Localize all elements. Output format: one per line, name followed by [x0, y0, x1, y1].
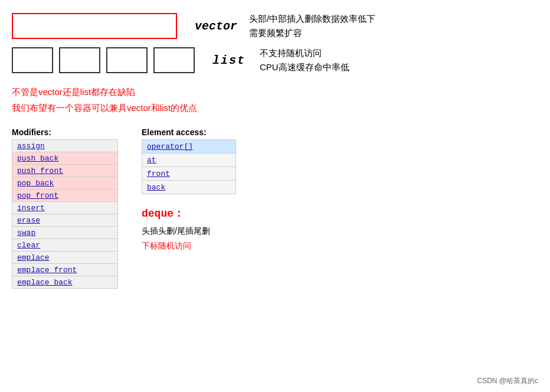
modifiers-panel: Modifiers: assignpush_backpush_frontpop_… [12, 128, 118, 289]
modifiers-table: assignpush_backpush_frontpop_backpop_fro… [12, 139, 118, 289]
highlight-line2: 我们布望有一个容器可以兼具vector和list的优点 [12, 100, 538, 116]
vector-box [12, 13, 177, 39]
modifier-item[interactable]: emplace_back [17, 278, 73, 287]
list-desc-line1: 不支持随机访问 [260, 46, 349, 60]
access-row: at [142, 153, 236, 167]
modifier-row: emplace [12, 251, 118, 264]
highlight-text: 不管是vector还是list都存在缺陷 我们布望有一个容器可以兼具vector… [12, 84, 538, 116]
access-row: back [142, 181, 236, 194]
deque-desc-line1: 头插头删/尾插尾删 [142, 224, 538, 239]
modifier-row: emplace_back [12, 276, 118, 289]
modifier-row: emplace_front [12, 264, 118, 276]
list-boxes [12, 47, 195, 73]
modifier-item[interactable]: swap [17, 228, 35, 237]
vector-desc: 头部/中部插入删除数据效率低下 需要频繁扩容 [249, 12, 375, 40]
modifier-row: clear [12, 239, 118, 251]
modifier-item[interactable]: emplace_front [17, 266, 77, 275]
modifier-item[interactable]: clear [17, 241, 40, 250]
list-box-1 [12, 47, 53, 73]
list-box-4 [153, 47, 195, 73]
modifier-item[interactable]: pop_back [17, 179, 54, 188]
modifier-row: pop_back [12, 177, 118, 190]
access-item[interactable]: back [147, 183, 165, 192]
vector-row: vector 头部/中部插入删除数据效率低下 需要频繁扩容 [12, 12, 538, 40]
deque-desc-line2: 下标随机访问 [142, 239, 538, 253]
modifier-row: erase [12, 214, 118, 227]
access-item[interactable]: operator[] [147, 142, 193, 151]
footer-text: CSDN @哈茶真的c [477, 376, 538, 386]
modifier-item[interactable]: assign [17, 142, 45, 151]
vector-desc-line1: 头部/中部插入删除数据效率低下 [249, 12, 375, 26]
modifier-item[interactable]: emplace [17, 253, 50, 262]
modifier-row: swap [12, 227, 118, 239]
vector-box-container [12, 13, 177, 39]
modifier-row: insert [12, 202, 118, 214]
element-access-label: Element access: [142, 128, 538, 137]
vector-label: vector [195, 19, 237, 33]
access-row: front [142, 167, 236, 181]
modifiers-label: Modifiers: [12, 128, 118, 137]
modifier-item[interactable]: pop_front [17, 191, 58, 200]
vector-desc-line2: 需要频繁扩容 [249, 26, 375, 40]
access-table: operator[]atfrontback [142, 139, 236, 194]
deque-title: deque： [142, 206, 538, 220]
list-desc: 不支持随机访问 CPU高速缓存命中率低 [260, 46, 349, 74]
main-content: Modifiers: assignpush_backpush_frontpop_… [12, 128, 538, 289]
modifier-row: push_front [12, 165, 118, 177]
access-row: operator[] [142, 140, 236, 153]
modifier-row: pop_front [12, 190, 118, 202]
deque-desc: 头插头删/尾插尾删 下标随机访问 [142, 224, 538, 253]
modifier-item[interactable]: erase [17, 216, 40, 225]
list-box-3 [106, 47, 148, 73]
modifier-item[interactable]: push_front [17, 166, 63, 175]
modifier-row: push_back [12, 152, 118, 165]
modifier-row: assign [12, 140, 118, 152]
list-row: list 不支持随机访问 CPU高速缓存命中率低 [12, 46, 538, 74]
list-desc-line2: CPU高速缓存命中率低 [260, 60, 349, 74]
modifier-item[interactable]: insert [17, 204, 45, 213]
access-item[interactable]: at [147, 156, 156, 165]
list-box-2 [59, 47, 100, 73]
right-panel: Element access: operator[]atfrontback de… [142, 128, 538, 289]
highlight-line1: 不管是vector还是list都存在缺陷 [12, 84, 538, 100]
modifier-item[interactable]: push_back [17, 154, 58, 163]
access-item[interactable]: front [147, 169, 170, 178]
deque-section: deque： 头插头删/尾插尾删 下标随机访问 [142, 206, 538, 253]
list-label: list [212, 54, 248, 67]
